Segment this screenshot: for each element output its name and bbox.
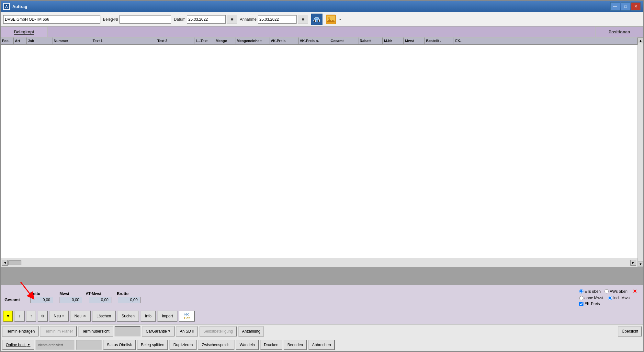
beleg-splitten-button[interactable]: Beleg splitten — [137, 340, 168, 350]
loeschen-button[interactable]: Löschen — [92, 311, 116, 322]
gear-button[interactable]: ⚙ — [38, 311, 48, 322]
ets-oben-label: ETs oben — [579, 289, 601, 294]
col-vkpreiso: VK-Preis o. — [299, 38, 329, 44]
table-container: Pos. Art Job Nummer Text 1 Text 2 L.-Tex… — [1, 38, 643, 267]
an-sd-ii-button[interactable]: An SD II — [176, 326, 198, 336]
totals-options-area: Netto Mwst AT-Mwst Brutto Gesamt — [1, 285, 643, 309]
beenden-button[interactable]: Beenden — [284, 340, 307, 350]
options-close-button[interactable]: ✕ — [633, 288, 637, 294]
info-button[interactable]: Info — [141, 311, 156, 322]
title-bar: A Auftrag — □ ✕ — [1, 1, 643, 12]
company-input[interactable] — [3, 15, 100, 24]
app-icon: A — [3, 3, 10, 10]
car-garantie-button[interactable]: CarGarantie ▼ — [142, 326, 175, 336]
iec-cat-button[interactable]: iec Cat — [179, 311, 195, 322]
table-body[interactable] — [1, 45, 638, 258]
header-bar: Beleg-Nr Datum ≡ Annahme ≡ — [1, 12, 643, 27]
window-controls: — □ ✕ — [610, 2, 641, 11]
incl-mwst-radio[interactable] — [608, 296, 612, 300]
brutto-header: Brutto — [111, 292, 134, 296]
dash-label: - — [339, 16, 341, 22]
scroll-down-button[interactable]: ▼ — [638, 261, 644, 267]
col-bestellt: Bestellt - — [425, 38, 454, 44]
datum-field: Datum ≡ — [174, 15, 237, 24]
dropdown-yellow-button[interactable]: ▼ — [3, 311, 13, 322]
horizontal-scrollbar[interactable]: ◄ ► — [1, 258, 638, 267]
ohne-mwst-radio[interactable] — [579, 296, 583, 300]
datum-menu-button[interactable]: ≡ — [227, 15, 237, 24]
zwischenspeich-button[interactable]: Zwischenspeich. — [198, 340, 234, 350]
status-obelisk-button[interactable]: Status Obelisk — [103, 340, 136, 350]
ets-oben-radio[interactable] — [579, 289, 583, 293]
datum-label: Datum — [174, 17, 185, 22]
mwst-value: 0,00 — [60, 297, 82, 303]
ek-preis-row: EK-Preis — [579, 302, 637, 306]
col-mnr: M-Nr — [383, 38, 404, 44]
col-pos: Pos. — [1, 38, 14, 44]
aws-oben-label: AWs oben — [604, 289, 627, 294]
termin-im-planer-button[interactable]: Termin im Planer — [40, 326, 77, 336]
mwst-header: Mwst — [53, 292, 76, 296]
main-window: A Auftrag — □ ✕ Beleg-Nr Datum ≡ Annahme… — [0, 0, 644, 352]
selbstbeteiligung-button[interactable]: Selbstbeteiligung — [199, 326, 237, 336]
terminuebersicht-button[interactable]: Terminübersicht — [78, 326, 113, 336]
vertical-scrollbar[interactable]: ▲ ▼ — [638, 38, 643, 267]
separator-field-1 — [115, 326, 141, 336]
scroll-left-button[interactable]: ◄ — [2, 260, 8, 266]
termin-eintragen-button[interactable]: Termin eintragen — [2, 326, 39, 336]
annahme-field: Annahme ≡ — [240, 15, 308, 24]
totals-headers-row: Netto Mwst AT-Mwst Brutto — [24, 292, 141, 296]
down-button[interactable]: ↓ — [14, 311, 25, 322]
ek-preis-checkbox[interactable] — [579, 302, 583, 306]
col-nummer: Nummer — [52, 38, 91, 44]
uebersicht-button[interactable]: Übersicht — [618, 326, 642, 336]
neu-artikel-button[interactable]: Neu ✕ — [70, 311, 91, 322]
scroll-up-button[interactable]: ▲ — [638, 38, 644, 43]
aws-oben-radio[interactable] — [604, 289, 609, 293]
car-garantie-dropdown-icon: ▼ — [168, 329, 171, 333]
minimize-button[interactable]: — — [610, 2, 620, 11]
company-field — [3, 15, 100, 24]
online-best-button[interactable]: Online best. ▼ — [2, 340, 34, 350]
annahme-menu-button[interactable]: ≡ — [298, 15, 308, 24]
tab-belegkopf[interactable]: Belegkopf — [1, 27, 48, 37]
abbrechen-button[interactable]: Abbrechen — [308, 340, 335, 350]
beleg-label: Beleg-Nr — [103, 17, 118, 22]
close-button[interactable]: ✕ — [631, 2, 641, 11]
beleg-field: Beleg-Nr — [103, 15, 171, 24]
duplizieren-button[interactable]: Duplizieren — [169, 340, 197, 350]
drucken-button[interactable]: Drucken — [260, 340, 282, 350]
scroll-thumb-h[interactable] — [8, 260, 21, 265]
image-icon[interactable] — [325, 14, 337, 25]
neu-pos-button[interactable]: Neu ≡ — [49, 311, 69, 322]
suchen-button[interactable]: Suchen — [117, 311, 139, 322]
netto-header: Netto — [24, 292, 47, 296]
up-button[interactable]: ↑ — [26, 311, 36, 322]
col-menge: Menge — [214, 38, 235, 44]
bottom-bar-2: Online best. ▼ nichts archiviert Status … — [1, 338, 643, 351]
wandeln-button[interactable]: Wandeln — [236, 340, 259, 350]
gesamt-label: Gesamt — [5, 297, 24, 302]
col-job: Job — [27, 38, 52, 44]
annahme-input[interactable] — [258, 15, 297, 24]
svg-point-8 — [318, 20, 319, 21]
car-icon[interactable] — [311, 14, 322, 25]
dropdown-yellow-icon: ▼ — [6, 314, 10, 318]
restore-button[interactable]: □ — [621, 2, 630, 11]
totals-section: Netto Mwst AT-Mwst Brutto Gesamt — [5, 292, 141, 303]
ohne-mwst-label: ohne Mwst. — [579, 296, 604, 300]
datum-input[interactable] — [187, 15, 226, 24]
tab-positionen[interactable]: Positionen — [595, 27, 643, 37]
anzahlung-button[interactable]: Anzahlung — [238, 326, 265, 336]
col-text2: Text 2 — [156, 38, 195, 44]
ek-preis-checkbox-label: EK-Preis — [579, 302, 637, 306]
col-mwst: Mwst — [404, 38, 425, 44]
archive-field: nichts archiviert — [36, 340, 74, 350]
brutto-value: 0,00 — [118, 297, 141, 303]
import-button[interactable]: Import — [157, 311, 177, 322]
scroll-right-button[interactable]: ► — [630, 260, 636, 266]
beleg-input[interactable] — [119, 15, 171, 24]
separator-field-2 — [76, 340, 102, 350]
svg-point-7 — [314, 20, 315, 21]
col-gesamt: Gesamt — [329, 38, 358, 44]
